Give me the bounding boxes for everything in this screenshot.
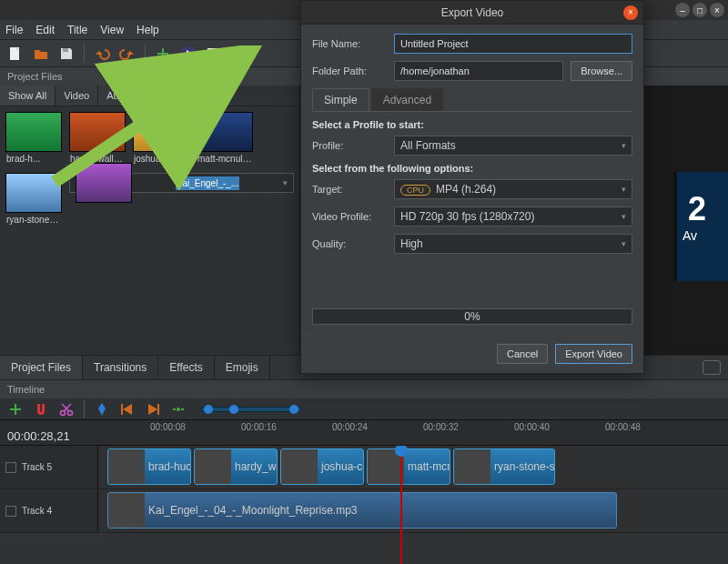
thumbnail[interactable]: brad-h... (5, 112, 62, 166)
export-dialog: Export Video × File Name: Folder Path: B… (300, 0, 644, 374)
minimize-button[interactable]: – (675, 3, 690, 17)
prev-marker-icon[interactable] (119, 401, 136, 418)
ruler-tick: 00:00:08 (150, 422, 186, 432)
menu-title[interactable]: Title (67, 24, 87, 36)
timeline-label: Timeline (0, 380, 728, 398)
svg-point-7 (233, 47, 246, 60)
zoom-slider[interactable] (201, 407, 301, 412)
svg-rect-10 (121, 404, 123, 415)
svg-rect-2 (63, 48, 68, 52)
tab-emojis[interactable]: Emojis (215, 356, 270, 379)
timeline-tracks: Track 5brad-huchteman-shardy_wallpaper_j… (0, 446, 728, 564)
browse-button[interactable]: Browse... (571, 61, 632, 81)
svg-rect-5 (207, 48, 220, 57)
clip[interactable]: hardy_wallpaper_ (194, 448, 278, 485)
close-button[interactable]: × (710, 3, 724, 17)
marker-icon[interactable] (94, 401, 110, 418)
open-folder-icon[interactable] (33, 45, 49, 62)
clip[interactable]: matt-mcnulty-nyc (367, 448, 450, 485)
file-name-label: File Name: (312, 38, 387, 49)
profile-select[interactable]: All Formats (394, 136, 632, 156)
tab-effects[interactable]: Effects (158, 356, 214, 379)
ruler-tick: 00:00:32 (423, 422, 459, 432)
ruler-tick: 00:00:40 (514, 422, 550, 432)
target-label: Target: (312, 184, 387, 195)
track: Track 5brad-huchteman-shardy_wallpaper_j… (0, 446, 728, 489)
playhead[interactable] (400, 446, 402, 564)
video-profile-select[interactable]: HD 720p 30 fps (1280x720) (394, 206, 632, 227)
project-files-panel: Show All Video Audio Image Filter brad-h… (0, 86, 300, 355)
dialog-title: Export Video (441, 6, 504, 19)
folder-path-label: Folder Path: (312, 65, 387, 76)
ruler-tick: 00:00:24 (332, 422, 368, 432)
thumbnail[interactable]: ryan-stone-s... (5, 173, 62, 227)
timecode: 00:00:28,21 (7, 429, 70, 443)
camera-icon[interactable] (703, 360, 721, 375)
progress-bar: 0% (312, 308, 632, 325)
maximize-button[interactable]: □ (693, 3, 707, 17)
clip[interactable]: joshua-coleman-s (280, 448, 364, 485)
filter-show-all[interactable]: Show All (0, 86, 56, 106)
track: Track 4Kai_Engel_-_04_-_Moonlight_Repris… (0, 489, 728, 533)
svg-rect-11 (157, 404, 159, 415)
thumbnail[interactable]: joshua-colem... (133, 112, 189, 166)
folder-path-input[interactable] (394, 61, 563, 81)
snap-icon[interactable] (33, 401, 49, 418)
redo-icon[interactable] (119, 45, 136, 62)
quality-label: Quality: (312, 238, 387, 249)
export-record-icon[interactable] (231, 45, 248, 62)
menu-edit[interactable]: Edit (35, 24, 55, 36)
ruler-tick: 00:00:16 (241, 422, 277, 432)
add-track-icon[interactable] (7, 401, 24, 418)
save-icon[interactable] (58, 45, 75, 62)
svg-point-12 (177, 408, 180, 411)
file-name-input[interactable] (394, 34, 632, 54)
clip[interactable]: brad-huchteman-s (107, 448, 191, 485)
tab-project-files[interactable]: Project Files (0, 356, 83, 379)
cancel-button[interactable]: Cancel (497, 344, 548, 364)
ruler-tick: 00:00:48 (605, 422, 641, 432)
track-header[interactable]: Track 5 (0, 446, 98, 488)
filter-audio[interactable]: Audio (98, 86, 141, 106)
menu-help[interactable]: Help (136, 24, 159, 36)
center-playhead-icon[interactable] (170, 401, 187, 418)
menu-file[interactable]: File (5, 24, 23, 36)
menu-view[interactable]: View (100, 24, 124, 36)
add-icon[interactable] (155, 45, 171, 62)
filter-video[interactable]: Video (56, 86, 98, 106)
tab-advanced[interactable]: Advanced (371, 88, 443, 111)
clip[interactable]: ryan-stone-skykomis... (453, 448, 555, 485)
play-icon[interactable] (180, 45, 197, 62)
timeline-ruler[interactable]: 00:00:28,21 00:00:0800:00:1600:00:2400:0… (0, 420, 728, 446)
cut-icon[interactable] (58, 401, 75, 418)
export-video-button[interactable]: Export Video (555, 344, 632, 364)
new-file-icon[interactable] (7, 45, 24, 62)
filter-input[interactable]: Filter (187, 86, 226, 106)
profile-header: Select a Profile to start: (312, 119, 632, 130)
target-select[interactable]: CPUMP4 (h.264) (394, 179, 632, 199)
options-header: Select from the following options: (312, 163, 632, 174)
quality-select[interactable]: High (394, 234, 632, 254)
filter-image[interactable]: Image (141, 86, 187, 106)
track-header[interactable]: Track 4 (0, 489, 98, 532)
thumbnail[interactable]: matt-mcnult... (197, 112, 253, 166)
timeline-tools (0, 398, 728, 420)
svg-rect-6 (207, 57, 220, 59)
tab-simple[interactable]: Simple (312, 88, 369, 111)
next-marker-icon[interactable] (145, 401, 161, 418)
undo-icon[interactable] (94, 45, 110, 62)
video-profile-label: Video Profile: (312, 211, 387, 222)
thumbnail[interactable]: hardy_wallpa... (69, 112, 126, 166)
clip[interactable]: Kai_Engel_-_04_-_Moonlight_Reprise.mp3 (107, 492, 617, 529)
thumbnail[interactable]: Kai_Engel_-_... (69, 173, 294, 193)
preview-frame: 2 Av (673, 172, 728, 281)
dialog-close-button[interactable]: × (623, 5, 638, 20)
profile-label: Profile: (312, 140, 387, 151)
tab-transitions[interactable]: Transitions (83, 356, 158, 379)
screenshot-icon[interactable] (206, 45, 222, 62)
